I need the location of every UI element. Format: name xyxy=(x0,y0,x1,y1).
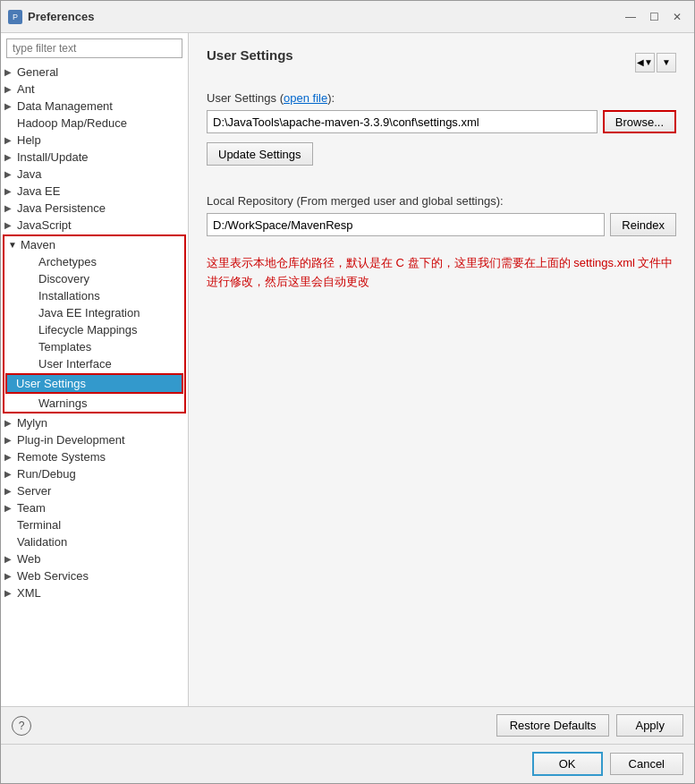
arrow-icon: ▶ xyxy=(4,452,17,462)
arrow-icon: ▶ xyxy=(4,220,17,230)
arrow-spacer: ▶ xyxy=(26,325,38,335)
sidebar-item-warnings[interactable]: ▶ Warnings xyxy=(4,395,184,412)
sidebar-item-ant[interactable]: ▶ Ant xyxy=(1,81,188,98)
arrow-icon: ▶ xyxy=(4,169,17,179)
sidebar-item-hadoop[interactable]: ▶ Hadoop Map/Reduce xyxy=(1,115,188,132)
update-settings-section: Update Settings xyxy=(207,142,676,180)
sidebar: ▶ General ▶ Ant ▶ Data Management ▶ Hado… xyxy=(1,33,189,706)
arrow-icon: ▶ xyxy=(4,418,17,428)
sidebar-item-remote-systems[interactable]: ▶ Remote Systems xyxy=(1,448,188,465)
arrow-icon: ▶ xyxy=(4,203,17,213)
sidebar-item-user-settings[interactable]: User Settings xyxy=(7,375,182,392)
arrow-spacer: ▶ xyxy=(4,537,17,547)
bottom-bar: ? Restore Defaults Apply xyxy=(1,706,694,744)
update-settings-button[interactable]: Update Settings xyxy=(207,142,313,166)
apply-button[interactable]: Apply xyxy=(616,714,683,737)
cancel-button[interactable]: Cancel xyxy=(610,753,683,775)
back-button[interactable]: ◀▼ xyxy=(635,53,655,72)
arrow-icon: ▶ xyxy=(4,503,17,513)
sidebar-item-lifecycle-mappings[interactable]: ▶ Lifecycle Mappings xyxy=(4,321,184,338)
arrow-icon: ▶ xyxy=(4,135,17,145)
close-button[interactable]: ✕ xyxy=(667,7,687,27)
annotation-text: 这里表示本地仓库的路径，默认是在 C 盘下的，这里我们需要在上面的 settin… xyxy=(207,254,676,292)
arrow-spacer: ▶ xyxy=(26,308,38,318)
window-controls: — ☐ ✕ xyxy=(621,7,687,27)
sidebar-item-templates[interactable]: ▶ Templates xyxy=(4,338,184,355)
user-settings-border: User Settings xyxy=(5,373,183,394)
ok-button[interactable]: OK xyxy=(532,752,603,776)
sidebar-item-java-ee-integration[interactable]: ▶ Java EE Integration xyxy=(4,304,184,321)
sidebar-item-xml[interactable]: ▶ XML xyxy=(1,584,188,601)
local-repo-path-input[interactable] xyxy=(207,213,605,236)
sidebar-item-maven[interactable]: ▼ Maven xyxy=(4,236,184,253)
sidebar-item-server[interactable]: ▶ Server xyxy=(1,482,188,499)
sidebar-item-discovery[interactable]: ▶ Discovery xyxy=(4,270,184,287)
arrow-spacer: ▶ xyxy=(26,291,38,301)
sidebar-item-general[interactable]: ▶ General xyxy=(1,64,188,81)
help-button[interactable]: ? xyxy=(12,716,31,736)
user-settings-path-input[interactable] xyxy=(207,110,598,133)
arrow-icon: ▶ xyxy=(4,67,17,77)
sidebar-item-user-interface[interactable]: ▶ User Interface xyxy=(4,355,184,372)
main-layout: ▶ General ▶ Ant ▶ Data Management ▶ Hado… xyxy=(1,33,694,706)
arrow-icon: ▼ xyxy=(8,240,21,250)
arrow-icon: ▶ xyxy=(4,486,17,496)
title-bar: P Preferences — ☐ ✕ xyxy=(1,1,694,33)
app-icon: P xyxy=(8,10,22,24)
window-title: Preferences xyxy=(28,10,621,23)
open-file-link[interactable]: open file xyxy=(284,91,327,105)
content-header: User Settings ◀▼ ▼ xyxy=(207,47,676,77)
sidebar-item-run-debug[interactable]: ▶ Run/Debug xyxy=(1,465,188,482)
navigation-icons: ◀▼ ▼ xyxy=(635,53,676,72)
arrow-icon: ▶ xyxy=(4,152,17,162)
bottom-bar-left: ? xyxy=(12,716,489,736)
page-title: User Settings xyxy=(207,47,293,63)
user-settings-label: User Settings (open file): xyxy=(207,91,676,105)
sidebar-item-java[interactable]: ▶ Java xyxy=(1,166,188,183)
sidebar-item-mylyn[interactable]: ▶ Mylyn xyxy=(1,414,188,431)
sidebar-item-help[interactable]: ▶ Help xyxy=(1,132,188,149)
sidebar-item-terminal[interactable]: ▶ Terminal xyxy=(1,516,188,533)
arrow-icon: ▶ xyxy=(4,186,17,196)
arrow-icon: ▶ xyxy=(4,588,17,598)
restore-defaults-button[interactable]: Restore Defaults xyxy=(496,714,610,737)
sidebar-item-javascript[interactable]: ▶ JavaScript xyxy=(1,217,188,234)
local-repo-label: Local Repository (From merged user and g… xyxy=(207,194,676,208)
ok-cancel-bar: OK Cancel xyxy=(1,744,694,783)
sidebar-item-validation[interactable]: ▶ Validation xyxy=(1,533,188,550)
arrow-spacer: ▶ xyxy=(4,520,17,530)
reindex-button[interactable]: Reindex xyxy=(610,213,676,236)
local-repo-input-row: Reindex xyxy=(207,213,676,236)
arrow-spacer: ▶ xyxy=(26,398,38,408)
arrow-spacer: ▶ xyxy=(26,257,38,267)
arrow-icon: ▶ xyxy=(4,469,17,479)
filter-input[interactable] xyxy=(6,38,182,58)
sidebar-item-archetypes[interactable]: ▶ Archetypes xyxy=(4,253,184,270)
arrow-spacer: ▶ xyxy=(26,342,38,352)
sidebar-item-data-management[interactable]: ▶ Data Management xyxy=(1,98,188,115)
minimize-button[interactable]: — xyxy=(621,7,640,27)
arrow-spacer: ▶ xyxy=(26,359,38,369)
arrow-icon: ▶ xyxy=(4,554,17,564)
sidebar-item-java-persistence[interactable]: ▶ Java Persistence xyxy=(1,200,188,217)
maximize-button[interactable]: ☐ xyxy=(644,7,664,27)
user-settings-input-row: Browse... xyxy=(207,110,676,133)
tree-area: ▶ General ▶ Ant ▶ Data Management ▶ Hado… xyxy=(1,64,188,706)
arrow-icon: ▶ xyxy=(4,571,17,581)
maven-section: ▼ Maven ▶ Archetypes ▶ Discovery ▶ Insta… xyxy=(3,234,186,413)
arrow-icon: ▶ xyxy=(4,84,17,94)
sidebar-item-installations[interactable]: ▶ Installations xyxy=(4,287,184,304)
arrow-icon: ▶ xyxy=(4,101,17,111)
browse-button[interactable]: Browse... xyxy=(603,110,676,133)
forward-button[interactable]: ▼ xyxy=(657,53,676,72)
sidebar-item-web-services[interactable]: ▶ Web Services xyxy=(1,567,188,584)
sidebar-item-team[interactable]: ▶ Team xyxy=(1,499,188,516)
sidebar-item-java-ee[interactable]: ▶ Java EE xyxy=(1,183,188,200)
sidebar-item-plugin-dev[interactable]: ▶ Plug-in Development xyxy=(1,431,188,448)
arrow-icon: ▶ xyxy=(4,435,17,445)
sidebar-item-install-update[interactable]: ▶ Install/Update xyxy=(1,149,188,166)
arrow-spacer: ▶ xyxy=(26,274,38,284)
arrow-icon: ▶ xyxy=(4,118,17,128)
sidebar-item-web[interactable]: ▶ Web xyxy=(1,550,188,567)
content-area: User Settings ◀▼ ▼ User Settings (open f… xyxy=(189,33,694,706)
